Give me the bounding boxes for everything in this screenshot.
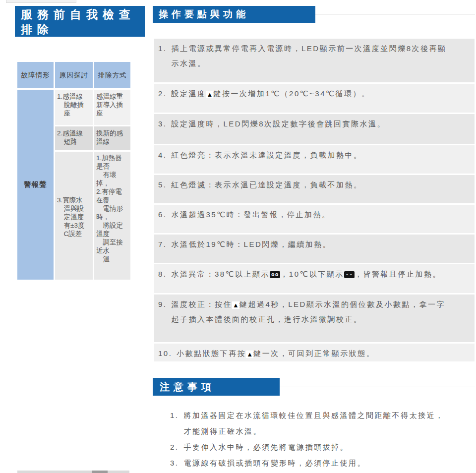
- text-segment: 水溫超過35℃時：發出警報，停止加熱。: [172, 210, 331, 219]
- operation-item: 5.紅色燈滅：表示水溫已達設定溫度，負載不加熱。: [154, 175, 475, 203]
- notice-header-row: 注意事項: [153, 378, 475, 396]
- text-segment: 溫度校正：按住: [172, 300, 233, 308]
- operation-item: 4.紅色燈亮：表示水溫未達設定溫度，負載加熱中。: [154, 145, 475, 174]
- item-number: 1.: [158, 41, 167, 56]
- notice-item: 1. 將加溫器固定在水流循環較佳位置且與感溫體之間距離不得太接近， 才能測得正確…: [170, 408, 474, 439]
- item-number: 8.: [158, 267, 167, 282]
- notice-item: 3. 電源線有破損或插頭有變形時，必須停止使用。: [170, 455, 474, 471]
- item-text: 設定溫度時，LED閃爍8次設定數字後會跳回實際水溫。: [172, 117, 472, 131]
- header-rule: [280, 387, 475, 387]
- header-rule: [315, 14, 475, 14]
- text-segment: 設定溫度時，LED閃爍8次設定數字後會跳回實際水溫。: [172, 119, 386, 128]
- item-number: 9.: [158, 297, 167, 312]
- operation-item: 1.插上電源或異常停電再入電源時，LED顯示前一次溫度並閃爍8次後再顯 示水溫。: [154, 39, 475, 82]
- cutoff-element-bottom: [17, 471, 129, 473]
- operations-header-row: 操作要點與功能: [153, 6, 475, 23]
- item-number: 4.: [158, 148, 167, 163]
- item-number: 2.: [158, 86, 167, 101]
- table-header-cause: 原因探討: [55, 62, 93, 88]
- item-number: 2.: [170, 439, 179, 455]
- item-text: 設定溫度▲鍵按一次增加1℃（20℃~34℃循環）。: [172, 86, 472, 101]
- item-text: 手要伸入水中時，必須先將電源插頭拔掉。: [184, 439, 474, 455]
- section-title-notice: 注意事項: [153, 378, 280, 396]
- table-cell-cause-1: 1.感溫線 脫離插 座: [55, 90, 93, 125]
- section-title-self-check: 服務前自我檢查 排除: [15, 6, 145, 37]
- troubleshooting-table: 故障情形 原因探討 排除方式 警報聲 1.感溫線 脫離插 座 感溫線重 新導入插…: [17, 62, 130, 280]
- cutoff-element-top: [6, 0, 76, 3]
- text-segment: 水溫異常：38℃以上顯示: [172, 270, 270, 278]
- operation-item: 3.設定溫度時，LED閃爍8次設定數字後會跳回實際水溫。: [154, 114, 475, 144]
- text-segment: 鍵一次，可回到正常顯示狀態。: [253, 349, 375, 357]
- item-number: 5.: [158, 177, 167, 192]
- operation-item: 6.水溫超過35℃時：發出警報，停止加熱。: [154, 205, 475, 233]
- item-number: 1.: [170, 408, 179, 423]
- led-display-dashes-icon: --: [344, 271, 355, 278]
- item-text: 紅色燈滅：表示水溫已達設定溫度，負載不加熱。: [172, 177, 472, 192]
- operation-item: 10.小數點狀態下再按▲鍵一次，可回到正常顯示狀態。: [154, 344, 475, 361]
- table-header-fix: 排除方式: [94, 62, 130, 88]
- table-cell-cause-3: 3.實際水 溫與設 定溫度 有±3度 C誤差: [55, 152, 93, 280]
- led-display-oo-icon: oo: [270, 271, 280, 278]
- notice-item: 2. 手要伸入水中時，必須先將電源插頭拔掉。: [170, 439, 474, 455]
- item-number: 10.: [158, 346, 172, 361]
- table-cell-fix-1: 感溫線重 新導入插 座: [94, 90, 130, 125]
- up-key-icon: ▲: [246, 351, 253, 358]
- item-text: 水溫超過35℃時：發出警報，停止加熱。: [172, 207, 472, 222]
- item-text: 溫度校正：按住▲鍵超過4秒，LED顯示水溫的個位數及小數點，拿一字 起子插入本體…: [172, 297, 472, 327]
- text-segment: ，10℃以下顯示: [280, 270, 344, 278]
- table-cell-fix-3: 1.加熱器 是否 有壞 掉， 2.有停電 在覆 電情形 時， 將設定 溫度 調至…: [94, 152, 130, 280]
- section-title-operations: 操作要點與功能: [153, 6, 315, 23]
- item-text: 電源線有破損或插頭有變形時，必須停止使用。: [184, 455, 474, 471]
- text-segment: ，皆警報且停止加熱。: [355, 270, 441, 278]
- text-segment: 小數點狀態下再按: [177, 349, 246, 357]
- item-number: 6.: [158, 207, 167, 222]
- item-text: 將加溫器固定在水流循環較佳位置且與感溫體之間距離不得太接近， 才能測得正確水溫。: [184, 408, 474, 439]
- cutoff-element-detail: [92, 471, 108, 473]
- operations-list: 1.插上電源或異常停電再入電源時，LED顯示前一次溫度並閃爍8次後再顯 示水溫。…: [154, 39, 475, 363]
- text-segment: 水溫低於19℃時：LED閃爍，繼續加熱。: [172, 240, 332, 248]
- text-segment: 插上電源或異常停電再入電源時，LED顯示前一次溫度並閃爍8次後再顯 示水溫。: [172, 44, 447, 67]
- item-number: 3.: [170, 455, 179, 471]
- item-text: 紅色燈亮：表示水溫未達設定溫度，負載加熱中。: [172, 148, 472, 163]
- operation-item: 9.溫度校正：按住▲鍵超過4秒，LED顯示水溫的個位數及小數點，拿一字 起子插入…: [154, 295, 475, 342]
- up-key-icon: ▲: [206, 91, 214, 98]
- table-cell-fix-2: 換新的感 溫線: [94, 126, 130, 150]
- text-segment: 紅色燈滅：表示水溫已達設定溫度，負載不加熱。: [172, 180, 362, 189]
- text-segment: 紅色燈亮：表示水溫未達設定溫度，負載加熱中。: [172, 151, 362, 159]
- notice-list: 1. 將加溫器固定在水流循環較佳位置且與感溫體之間距離不得太接近， 才能測得正確…: [170, 408, 474, 471]
- operation-item: 8.水溫異常：38℃以上顯示oo，10℃以下顯示--，皆警報且停止加熱。: [154, 264, 475, 293]
- up-key-icon: ▲: [232, 301, 239, 309]
- operation-item: 7.水溫低於19℃時：LED閃爍，繼續加熱。: [154, 235, 475, 263]
- item-number: 7.: [158, 237, 167, 252]
- item-text: 小數點狀態下再按▲鍵一次，可回到正常顯示狀態。: [177, 346, 472, 361]
- table-cell-cause-2: 2.感溫線 短路: [55, 126, 93, 150]
- text-segment: 鍵按一次增加1℃（20℃~34℃循環）。: [213, 89, 370, 98]
- item-text: 插上電源或異常停電再入電源時，LED顯示前一次溫度並閃爍8次後再顯 示水溫。: [172, 41, 472, 71]
- item-text: 水溫低於19℃時：LED閃爍，繼續加熱。: [172, 237, 472, 252]
- item-text: 水溫異常：38℃以上顯示oo，10℃以下顯示--，皆警報且停止加熱。: [172, 267, 472, 282]
- text-segment: 設定溫度: [172, 89, 206, 98]
- item-number: 3.: [158, 117, 167, 131]
- operation-item: 2.設定溫度▲鍵按一次增加1℃（20℃~34℃循環）。: [154, 84, 475, 113]
- table-cell-fault-alarm: 警報聲: [17, 90, 54, 280]
- table-header-fault: 故障情形: [17, 62, 54, 88]
